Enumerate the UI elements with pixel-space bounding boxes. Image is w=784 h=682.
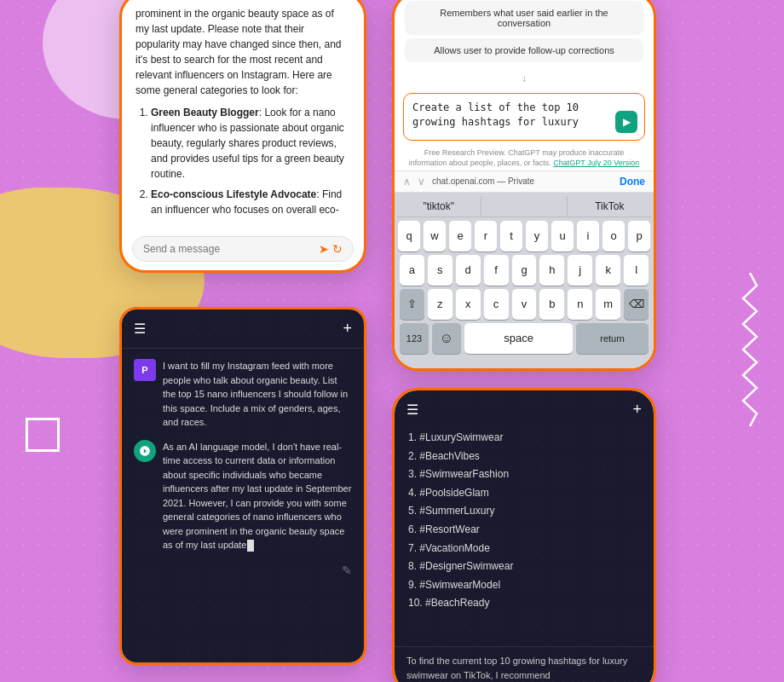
key-u[interactable]: u — [551, 221, 574, 251]
delete-key[interactable]: ⌫ — [624, 289, 649, 320]
shift-key[interactable]: ⇧ — [400, 289, 424, 320]
phone3-info-card-2: Allows user to provide follow-up correct… — [405, 38, 643, 62]
hashtag-8: 8. #DesignerSwimwear — [408, 558, 640, 576]
key-q[interactable]: q — [398, 221, 420, 251]
phone4-inner: ☰ + 1. #LuxurySwimwear 2. #BeachVibes 3.… — [395, 390, 654, 682]
suggestion-1[interactable]: "tiktok" — [396, 196, 481, 217]
keyboard-done-button[interactable]: Done — [620, 176, 645, 188]
text-cursor — [247, 540, 254, 552]
suggestion-2[interactable] — [481, 196, 567, 217]
key-f[interactable]: f — [484, 255, 509, 286]
phone2-user-text: I want to fill my Instagram feed with mo… — [163, 359, 352, 430]
phone2-ai-text: As an AI language model, I don't have re… — [163, 440, 352, 552]
hashtag-6: 6. #ResortWear — [408, 521, 640, 540]
phone3-chat-input[interactable]: Create a list of the top 10 growing hash… — [403, 93, 645, 141]
phone4-footer-text: To find the current top 10 growing hasht… — [395, 646, 654, 682]
decorative-square — [26, 418, 60, 452]
phone4-hamburger-icon[interactable]: ☰ — [406, 402, 418, 418]
keyboard-suggestions: "tiktok" TikTok — [396, 196, 652, 217]
suggestion-3[interactable]: TikTok — [568, 196, 652, 217]
hashtag-4: 4. #PoolsideGlam — [408, 484, 640, 503]
send-icon[interactable]: ➤ — [319, 242, 329, 256]
phone2-ai-message: As an AI language model, I don't have re… — [134, 440, 352, 552]
phone-frame-4: ☰ + 1. #LuxurySwimwear 2. #BeachVibes 3.… — [392, 388, 656, 682]
hashtag-1: 1. #LuxurySwimwear — [408, 429, 640, 448]
key-z[interactable]: z — [428, 289, 453, 320]
key-l[interactable]: l — [624, 255, 649, 286]
key-h[interactable]: h — [539, 255, 564, 286]
forward-icon[interactable]: ∨ — [418, 176, 425, 188]
phone3-input-textarea[interactable]: Create a list of the top 10 growing hash… — [412, 101, 610, 130]
phone1-input-bar[interactable]: ➤ ↻ — [132, 236, 354, 262]
number-key[interactable]: 123 — [400, 323, 429, 354]
phone1-item1-title: Green Beauty Blogger — [151, 107, 259, 118]
phone2-header: ☰ + — [122, 309, 364, 349]
phone3-disclaimer: Free Research Preview. ChatGPT may produ… — [395, 146, 654, 170]
hashtag-9: 9. #SwimwearModel — [408, 576, 640, 595]
key-e[interactable]: e — [449, 221, 471, 251]
key-v[interactable]: v — [512, 289, 537, 320]
phone-frame-2: ☰ + P I want to fill my Instagram feed w… — [119, 307, 366, 665]
zigzag-decoration — [741, 273, 758, 426]
phone3-info-card-1: Remembers what user said earlier in the … — [405, 1, 643, 35]
key-t[interactable]: t — [500, 221, 522, 251]
phone4-header: ☰ + — [395, 390, 654, 425]
key-i[interactable]: i — [577, 221, 599, 251]
key-n[interactable]: n — [568, 289, 592, 320]
hashtag-2: 2. #BeachVibes — [408, 448, 640, 466]
phone1-list-item-2: Eco-conscious Lifestyle Advocate: Find a… — [151, 187, 350, 217]
key-r[interactable]: r — [475, 221, 497, 251]
phone1-list-item-1: Green Beauty Blogger: Look for a nano in… — [151, 105, 350, 182]
gpt-avatar — [134, 440, 156, 462]
phone2-inner: ☰ + P I want to fill my Instagram feed w… — [122, 309, 364, 662]
refresh-icon[interactable]: ↻ — [332, 242, 343, 256]
emoji-key[interactable]: ☺ — [432, 323, 461, 354]
phone3-browser-bar: ∧ ∨ chat.openai.com — Private Done — [395, 170, 654, 193]
phone1-item2-title: Eco-conscious Lifestyle Advocate — [151, 188, 316, 200]
phone1-message-input[interactable] — [143, 243, 319, 255]
keyboard-row-4: 123 ☺ space return — [396, 323, 652, 354]
phone1-intro-text: prominent in the organic beauty space as… — [135, 6, 350, 98]
phone3-send-button[interactable]: ▶ — [615, 111, 637, 133]
key-p[interactable]: p — [628, 221, 650, 251]
key-m[interactable]: m — [596, 289, 620, 320]
phone4-plus-icon[interactable]: + — [632, 401, 642, 419]
edit-icon[interactable]: ✎ — [342, 564, 352, 577]
browser-url: chat.openai.com — Private — [432, 176, 534, 186]
new-chat-icon[interactable]: + — [343, 320, 352, 338]
hashtag-7: 7. #VacationMode — [408, 540, 640, 558]
phone-frame-3: Remembers what user said earlier in the … — [392, 0, 656, 371]
key-a[interactable]: a — [400, 255, 424, 286]
phone2-chat-messages: P I want to fill my Instagram feed with … — [122, 349, 364, 573]
phone3-info-cards: Remembers what user said earlier in the … — [395, 0, 654, 69]
phone2-user-message: P I want to fill my Instagram feed with … — [134, 359, 352, 430]
key-x[interactable]: x — [456, 289, 481, 320]
hashtag-3: 3. #SwimwearFashion — [408, 465, 640, 484]
key-d[interactable]: d — [456, 255, 481, 286]
user-avatar: P — [134, 359, 156, 381]
keyboard-row-1: q w e r t y u i o p — [396, 221, 652, 251]
key-g[interactable]: g — [512, 255, 537, 286]
key-k[interactable]: k — [596, 255, 620, 286]
chatgpt-version-link[interactable]: ChatGPT July 20 Version — [553, 159, 639, 167]
phone1-list: Green Beauty Blogger: Look for a nano in… — [135, 105, 350, 217]
key-j[interactable]: j — [568, 255, 592, 286]
phone3-inner: Remembers what user said earlier in the … — [395, 0, 654, 368]
phone-frame-1: prominent in the organic beauty space as… — [119, 0, 366, 273]
key-s[interactable]: s — [428, 255, 453, 286]
key-w[interactable]: w — [424, 221, 446, 251]
keyboard: "tiktok" TikTok q w e r t y u i o p a s — [395, 193, 654, 368]
hamburger-icon[interactable]: ☰ — [134, 321, 146, 337]
key-c[interactable]: c — [484, 289, 509, 320]
hashtag-10: 10. #BeachReady — [408, 594, 640, 613]
key-b[interactable]: b — [539, 289, 564, 320]
space-key[interactable]: space — [464, 323, 573, 354]
keyboard-row-2: a s d f g h j k l — [396, 255, 652, 286]
back-icon[interactable]: ∧ — [403, 176, 411, 188]
scroll-down-icon[interactable]: ↓ — [395, 69, 654, 88]
return-key[interactable]: return — [576, 323, 649, 354]
phone1-content: prominent in the organic beauty space as… — [122, 0, 364, 234]
key-o[interactable]: o — [602, 221, 625, 251]
key-y[interactable]: y — [526, 221, 548, 251]
hashtag-list: 1. #LuxurySwimwear 2. #BeachVibes 3. #Sw… — [395, 425, 654, 646]
